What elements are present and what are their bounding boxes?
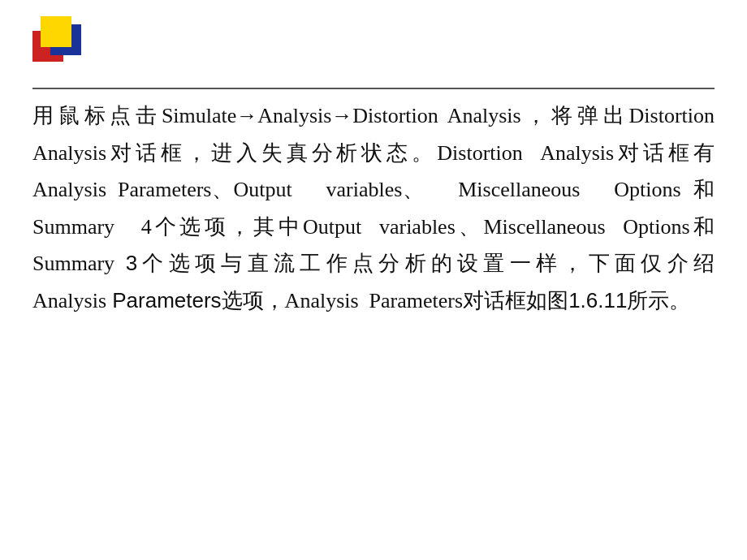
main-paragraph: 用鼠标点击Simulate→Analysis→Distortion Analys… bbox=[32, 97, 715, 319]
slide-container: 用鼠标点击Simulate→Analysis→Distortion Analys… bbox=[0, 0, 747, 560]
logo-squares bbox=[32, 16, 89, 73]
logo-yellow-square bbox=[41, 16, 71, 47]
divider-line bbox=[32, 88, 715, 89]
main-content: 用鼠标点击Simulate→Analysis→Distortion Analys… bbox=[32, 97, 715, 536]
logo-area bbox=[32, 16, 97, 81]
